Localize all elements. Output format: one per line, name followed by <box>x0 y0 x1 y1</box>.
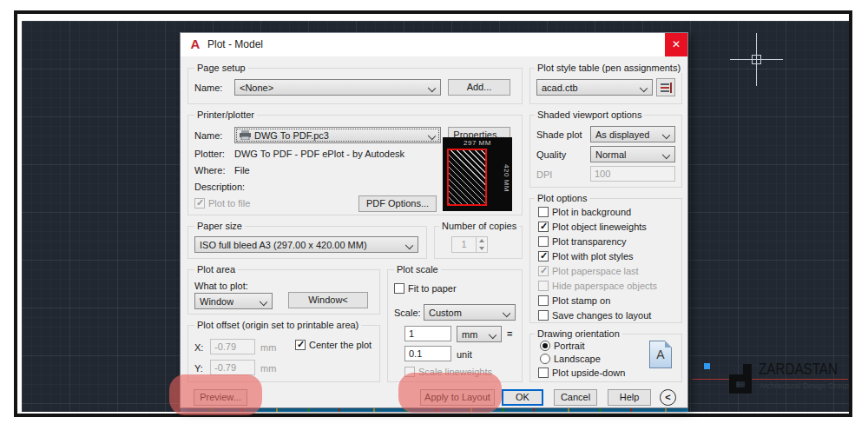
copies-stepper[interactable]: 1 <box>451 236 488 253</box>
checkbox-label: Plot with plot styles <box>552 251 634 262</box>
scale-label: Scale: <box>394 308 421 318</box>
fit-to-paper-checkbox[interactable]: Fit to paper <box>394 283 457 294</box>
what-to-plot-value: Window <box>200 296 233 307</box>
close-icon: ✕ <box>672 38 681 50</box>
checkbox-label: Plot stamp on <box>552 295 610 306</box>
dpi-label: DPI <box>536 169 552 180</box>
plot-area-label: Plot area <box>194 264 238 275</box>
checkbox-icon <box>538 251 549 262</box>
scale-combo[interactable]: Custom <box>424 304 516 321</box>
plot-to-file-checkbox[interactable]: Plot to file <box>194 198 250 209</box>
plot-style-label: Plot style table (pen assignments) <box>535 63 683 73</box>
copies-label: Number of copies <box>439 221 519 231</box>
screenshot-canvas: ZARDASTAN Architectural Design Group A P… <box>0 0 868 437</box>
what-to-plot-combo[interactable]: Window <box>194 293 273 309</box>
preview-highlight-annotation <box>169 374 262 415</box>
center-plot-checkbox[interactable]: Center the plot <box>295 340 372 350</box>
checkbox-icon <box>538 207 549 217</box>
quality-label: Quality <box>536 149 566 160</box>
radio-icon <box>540 354 550 364</box>
offset-y-field[interactable] <box>210 360 255 375</box>
paper-orientation-icon: A <box>649 341 672 368</box>
portrait-label: Portrait <box>554 341 584 351</box>
center-plot-label: Center the plot <box>309 340 372 350</box>
equals-icon: = <box>507 328 512 339</box>
plot-scale-label: Plot scale <box>394 264 441 275</box>
shade-plot-combo[interactable]: As displayed <box>590 126 675 142</box>
plot-stamp-on-checkbox[interactable]: Plot stamp on <box>538 295 610 306</box>
shaded-viewport-label: Shaded viewport options <box>535 109 644 120</box>
paper-icon-letter: A <box>650 348 671 361</box>
offset-y-unit: mm <box>260 363 276 374</box>
plot-upside-down-checkbox[interactable]: Plot upside-down <box>538 367 625 378</box>
checkbox-icon <box>394 283 404 294</box>
where-value: File <box>234 165 250 175</box>
plot-in-background-checkbox[interactable]: Plot in background <box>538 207 631 217</box>
checkbox-icon <box>538 222 549 232</box>
spinner-down-icon[interactable] <box>477 245 487 253</box>
autocad-logo-icon: A <box>188 37 202 51</box>
plot-paperspace-last-checkbox[interactable]: Plot paperspace last <box>538 266 639 276</box>
printable-area-rect <box>447 149 487 206</box>
ok-button[interactable]: OK <box>502 389 543 406</box>
scale-value: Custom <box>429 308 462 318</box>
quality-combo[interactable]: Normal <box>590 146 675 162</box>
checkbox-label: Plot paperspace last <box>552 266 639 276</box>
pdf-options-button[interactable]: PDF Options... <box>358 195 437 212</box>
watermark-name: ZARDASTAN <box>759 360 838 379</box>
cancel-button[interactable]: Cancel <box>554 389 597 406</box>
scale-units-field[interactable] <box>404 346 451 361</box>
plot-with-plot-styles-checkbox[interactable]: Plot with plot styles <box>538 251 634 262</box>
edit-plot-style-button[interactable] <box>656 78 675 96</box>
scale-unit-combo[interactable]: mm <box>457 326 502 342</box>
page-setup-name-combo[interactable]: <None> <box>234 79 441 96</box>
plot-style-combo[interactable]: acad.ctb <box>536 79 653 96</box>
plot-to-file-label: Plot to file <box>208 198 250 209</box>
quality-value: Normal <box>595 149 626 160</box>
window-pick-button[interactable]: Window< <box>288 292 368 308</box>
plot-object-lineweights-checkbox[interactable]: Plot object lineweights <box>538 222 647 232</box>
printer-name-combo[interactable]: DWG To PDF.pc3 <box>234 127 441 143</box>
where-label: Where: <box>194 165 225 175</box>
checkbox-label: Plot transparency <box>552 236 627 247</box>
paper-preview-thumbnail: 297 MM 420 MM <box>443 137 512 211</box>
paper-height-label: 420 MM <box>503 149 510 207</box>
checkbox-icon <box>194 198 205 209</box>
scale-mm-field[interactable] <box>404 326 451 341</box>
help-button[interactable]: Help <box>608 389 651 406</box>
plot-transparency-checkbox[interactable]: Plot transparency <box>538 236 627 247</box>
offset-x-field[interactable] <box>210 339 255 354</box>
zardastan-watermark: ZARDASTAN Architectural Design Group <box>700 359 852 401</box>
dialog-title: Plot - Model <box>207 33 263 56</box>
checkbox-icon <box>538 266 549 276</box>
unit-label: unit <box>457 349 472 360</box>
save-changes-to-layout-checkbox[interactable]: Save changes to layout <box>538 310 651 321</box>
portrait-radio[interactable]: Portrait <box>540 341 584 351</box>
scale-unit-value: mm <box>462 329 477 340</box>
checkbox-icon <box>538 281 549 291</box>
fit-to-paper-label: Fit to paper <box>408 283 457 294</box>
copies-value: 1 <box>452 237 476 252</box>
printer-name-label: Name: <box>194 130 222 141</box>
offset-y-label: Y: <box>194 363 203 374</box>
collapse-arrow-icon: < <box>665 392 670 402</box>
dpi-field[interactable] <box>590 166 675 182</box>
checkbox-icon <box>538 310 549 321</box>
watermark-tagline: Architectural Design Group <box>760 381 849 390</box>
spinner-up-icon[interactable] <box>477 237 487 245</box>
landscape-radio[interactable]: Landscape <box>540 354 601 364</box>
offset-x-label: X: <box>194 342 203 353</box>
plot-dialog: A Plot - Model ✕ Page setup Name: <None>… <box>180 32 688 408</box>
page-setup-name-value: <None> <box>240 83 273 93</box>
dialog-titlebar[interactable]: A Plot - Model ✕ <box>181 33 687 56</box>
hide-paperspace-objects-checkbox[interactable]: Hide paperspace objects <box>538 281 657 291</box>
close-button[interactable]: ✕ <box>665 33 687 56</box>
offset-x-unit: mm <box>260 342 276 353</box>
paper-size-combo[interactable]: ISO full bleed A3 (297.00 x 420.00 MM) <box>194 236 418 253</box>
add-button[interactable]: Add... <box>448 79 510 96</box>
description-label: Description: <box>194 182 245 192</box>
less-options-button[interactable]: < <box>660 389 676 406</box>
edit-plot-style-icon <box>661 83 672 93</box>
paper-size-value: ISO full bleed A3 (297.00 x 420.00 MM) <box>200 240 367 250</box>
plot-offset-label: Plot offset (origin set to printable are… <box>194 320 361 330</box>
